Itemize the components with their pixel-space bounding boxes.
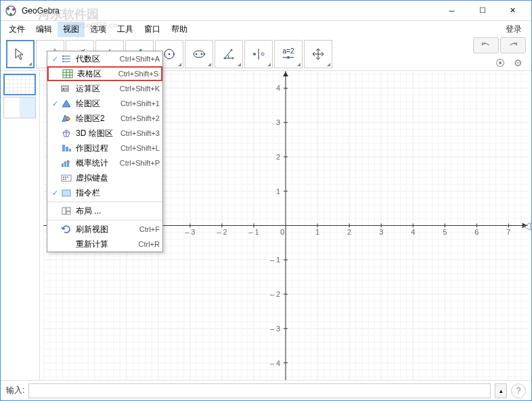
menu-edit[interactable]: 编辑 (30, 22, 58, 37)
svg-point-2 (12, 8, 15, 11)
svg-point-26 (232, 57, 234, 59)
menu-item-label: 重新计算 (76, 239, 133, 250)
view-menu-item-4[interactable]: 绘图区2Ctrl+Shift+2 (47, 111, 162, 126)
perspective-thumb-1[interactable] (3, 74, 36, 95)
menu-help[interactable]: 帮助 (166, 22, 193, 37)
menu-item-shortcut: Ctrl+R (139, 240, 160, 248)
view-menu-item-9[interactable]: ✓指令栏 (47, 185, 162, 200)
view-menu-item-2[interactable]: x=运算区Ctrl+Shift+K (47, 81, 162, 96)
menu-item-label: 运算区 (76, 83, 114, 95)
pin-button[interactable]: ⦿ (492, 55, 508, 71)
svg-text:2: 2 (347, 228, 351, 236)
view-menu-item-13[interactable]: 刷新视图Ctrl+F (47, 222, 162, 237)
settings-button[interactable]: ⚙ (510, 55, 526, 71)
perspectives-panel (1, 71, 40, 380)
view-menu-item-0[interactable]: ✓代数区Ctrl+Shift+A (47, 51, 162, 66)
svg-point-25 (231, 49, 233, 51)
pin-icon: ⦿ (495, 57, 505, 68)
svg-text:– 3: – 3 (185, 228, 195, 236)
tool-reflect[interactable] (244, 40, 273, 68)
svg-text:– 4: – 4 (270, 359, 280, 367)
menu-item-icon (60, 223, 73, 235)
svg-point-230 (62, 58, 64, 60)
svg-text:1: 1 (276, 187, 280, 195)
command-input[interactable] (28, 383, 491, 398)
menu-item-label: 表格区 (77, 68, 113, 80)
menu-item-shortcut: Ctrl+F (139, 225, 160, 233)
tool-angle[interactable] (215, 40, 243, 68)
tool-move-view[interactable] (304, 40, 332, 68)
svg-point-24 (224, 57, 226, 59)
input-help-button[interactable]: ? (511, 383, 526, 398)
view-menu-item-7[interactable]: 概率统计Ctrl+Shift+P (47, 156, 162, 170)
svg-rect-232 (63, 70, 72, 78)
tool-move[interactable] (6, 40, 35, 68)
reflect-icon (252, 47, 265, 61)
maximize-button[interactable]: ☐ (467, 1, 497, 21)
redo-icon (508, 41, 518, 49)
chevron-left-icon: ◁ (523, 219, 531, 232)
svg-rect-254 (67, 176, 68, 178)
tool-slider[interactable]: a=2 (274, 40, 303, 68)
svg-text:0: 0 (280, 228, 284, 236)
check-icon: ✓ (50, 55, 60, 64)
svg-point-29 (261, 53, 264, 55)
login-link[interactable]: 登录 (499, 22, 529, 37)
view-menu-item-6[interactable]: 作图过程Ctrl+Shift+L (47, 141, 162, 156)
svg-marker-180 (283, 72, 288, 76)
menu-item-icon (60, 187, 73, 199)
svg-text:7: 7 (506, 228, 510, 236)
menu-item-icon (60, 97, 73, 110)
svg-point-18 (169, 53, 171, 55)
svg-rect-256 (65, 179, 66, 180)
view-menu-item-11[interactable]: 布局 ... (47, 204, 162, 218)
view-menu-item-3[interactable]: ✓绘图区Ctrl+Shift+1 (47, 96, 162, 111)
menu-window[interactable]: 窗口 (139, 22, 166, 37)
slider-icon (282, 55, 295, 60)
svg-text:1: 1 (315, 228, 319, 236)
menu-item-shortcut: Ctrl+Shift+S (118, 70, 158, 78)
menu-item-shortcut: Ctrl+Shift+A (120, 55, 160, 63)
side-panel-handle[interactable]: ◁ (523, 219, 530, 233)
view-menu-item-5[interactable]: 3D 绘图区Ctrl+Shift+3 (47, 126, 162, 141)
svg-text:x=: x= (62, 86, 68, 92)
menu-item-label: 3D 绘图区 (76, 128, 115, 139)
view-menu-item-14[interactable]: 重新计算Ctrl+R (47, 237, 162, 252)
redo-button[interactable] (500, 37, 526, 53)
window-controls: ─ ☐ ✕ (437, 1, 528, 21)
menu-item-shortcut: Ctrl+Shift+2 (120, 114, 160, 122)
svg-rect-257 (62, 190, 70, 196)
menu-item-label: 虚拟键盘 (76, 172, 154, 184)
help-icon: ? (516, 386, 521, 396)
menu-item-label: 布局 ... (76, 206, 154, 217)
menu-file[interactable]: 文件 (3, 22, 30, 37)
menu-options[interactable]: 选项 (85, 22, 112, 37)
menu-item-label: 绘图区2 (76, 113, 115, 124)
close-button[interactable]: ✕ (497, 1, 528, 21)
menu-tools[interactable]: 工具 (112, 22, 139, 37)
menu-item-icon (60, 205, 73, 217)
minimize-button[interactable]: ─ (437, 1, 467, 21)
svg-text:– 2: – 2 (270, 290, 280, 298)
menu-item-icon (60, 172, 73, 184)
perspective-thumb-2[interactable] (3, 97, 36, 118)
view-menu-item-1[interactable]: 表格区Ctrl+Shift+S (47, 66, 162, 81)
tool-ellipse[interactable] (185, 40, 213, 68)
menu-view[interactable]: 视图 (58, 22, 85, 37)
view-menu-item-8[interactable]: 虚拟键盘 (47, 170, 162, 185)
menu-separator (47, 202, 162, 202)
menu-item-icon (60, 157, 73, 169)
svg-text:4: 4 (276, 84, 280, 92)
svg-rect-260 (66, 212, 70, 214)
svg-text:– 2: – 2 (217, 228, 227, 236)
svg-point-231 (62, 61, 64, 62)
svg-marker-239 (62, 100, 70, 107)
input-history-button[interactable]: ▴ (495, 383, 507, 398)
svg-point-22 (201, 53, 203, 55)
gear-icon: ⚙ (514, 57, 523, 68)
menu-item-label: 指令栏 (76, 187, 154, 199)
undo-button[interactable] (473, 37, 499, 53)
move-view-icon (311, 47, 325, 61)
view-menu-dropdown: ✓代数区Ctrl+Shift+A表格区Ctrl+Shift+Sx=运算区Ctrl… (47, 51, 163, 252)
menu-item-label: 代数区 (76, 53, 114, 65)
